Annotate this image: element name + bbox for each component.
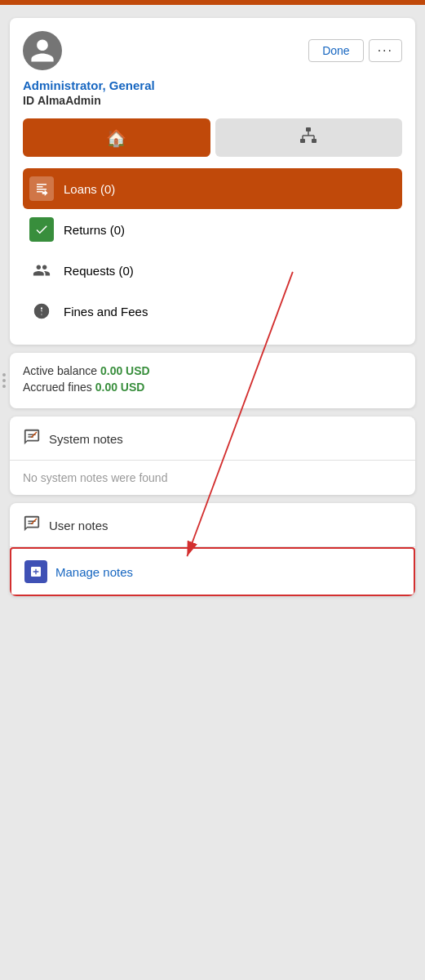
done-button[interactable]: Done xyxy=(308,39,363,62)
profile-id-value: AlmaAdmin xyxy=(38,94,101,107)
more-button[interactable]: ··· xyxy=(369,39,402,62)
requests-icon xyxy=(29,258,54,283)
profile-actions: Done ··· xyxy=(308,39,402,62)
svg-text:$: $ xyxy=(39,308,43,316)
profile-id: ID AlmaAdmin xyxy=(23,94,402,107)
system-notes-icon xyxy=(23,428,41,450)
svg-rect-4 xyxy=(312,139,317,143)
active-balance-line: Active balance 0.00 USD xyxy=(23,364,402,377)
manage-notes-label: Manage notes xyxy=(55,565,133,579)
page-wrapper: Done ··· Administrator, General ID AlmaA… xyxy=(0,5,425,609)
drag-handle-balance xyxy=(0,372,7,390)
tab-network[interactable] xyxy=(215,118,403,157)
menu-item-returns[interactable]: Returns (0) xyxy=(23,209,402,250)
user-notes-card: User notes Manage notes xyxy=(10,503,415,596)
active-balance-label: Active balance xyxy=(23,364,97,377)
system-notes-title: System notes xyxy=(49,432,123,446)
profile-card: Done ··· Administrator, General ID AlmaA… xyxy=(10,18,415,345)
tab-home[interactable]: 🏠 xyxy=(23,118,210,157)
home-icon: 🏠 xyxy=(106,128,126,148)
tab-bar: 🏠 xyxy=(23,118,402,157)
profile-id-label: ID xyxy=(23,94,34,107)
manage-notes-button[interactable]: Manage notes xyxy=(10,547,415,596)
network-icon xyxy=(299,127,317,149)
system-notes-header: System notes xyxy=(10,416,415,461)
avatar xyxy=(23,31,62,70)
menu-item-requests[interactable]: Requests (0) xyxy=(23,250,402,291)
user-notes-title: User notes xyxy=(49,519,108,532)
returns-label: Returns (0) xyxy=(64,223,125,237)
balance-card: Active balance 0.00 USD Accrued fines 0.… xyxy=(10,353,415,408)
svg-rect-3 xyxy=(300,139,305,143)
person-icon xyxy=(29,37,56,65)
fines-label: Fines and Fees xyxy=(64,305,148,318)
profile-header: Done ··· xyxy=(23,31,402,70)
svg-rect-2 xyxy=(306,127,311,131)
menu-item-loans[interactable]: Loans (0) xyxy=(23,168,402,209)
accrued-fines-value: 0.00 USD xyxy=(95,381,145,394)
menu-item-fines[interactable]: $ Fines and Fees xyxy=(23,291,402,332)
requests-label: Requests (0) xyxy=(64,264,134,278)
user-notes-icon xyxy=(23,514,41,537)
fines-icon: $ xyxy=(29,299,54,323)
profile-name: Administrator, General xyxy=(23,78,402,92)
accrued-fines-label: Accrued fines xyxy=(23,381,92,394)
system-notes-card: System notes No system notes were found xyxy=(10,416,415,495)
system-notes-empty: No system notes were found xyxy=(23,471,167,484)
manage-notes-icon xyxy=(24,560,47,583)
loans-label: Loans (0) xyxy=(64,182,115,196)
menu-list: Loans (0) Returns (0) Requests (0) xyxy=(23,168,402,332)
active-balance-value: 0.00 USD xyxy=(100,364,150,377)
system-notes-body: No system notes were found xyxy=(10,461,415,495)
user-notes-header: User notes xyxy=(10,503,415,547)
returns-icon xyxy=(29,217,54,242)
accrued-fines-line: Accrued fines 0.00 USD xyxy=(23,381,402,394)
loans-icon xyxy=(29,176,54,201)
